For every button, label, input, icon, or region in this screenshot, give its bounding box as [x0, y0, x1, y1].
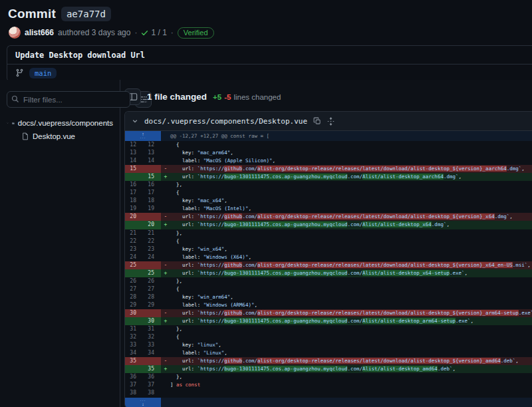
expand-up-button[interactable]: ↑···	[125, 131, 161, 141]
old-line-number[interactable]	[125, 221, 143, 229]
old-line-number[interactable]: 22	[125, 237, 143, 245]
diff-marker: +	[161, 365, 170, 373]
tree-file-row[interactable]: Desktop.vue	[7, 130, 113, 143]
old-line-number[interactable]	[125, 365, 143, 373]
new-line-number[interactable]: 35	[143, 365, 161, 373]
new-line-number[interactable]: 17	[143, 189, 161, 197]
copy-icon	[313, 117, 321, 125]
diff-main: 1 file changed +5 -5 lines changed docs/…	[120, 80, 532, 407]
diff-marker: +	[161, 173, 170, 181]
new-line-number[interactable]: 20	[143, 221, 161, 229]
folder-icon	[12, 119, 15, 128]
old-line-number[interactable]: 21	[125, 229, 143, 237]
new-line-number[interactable]: 31	[143, 325, 161, 333]
new-line-number[interactable]	[143, 357, 161, 365]
copy-path-button[interactable]	[313, 117, 321, 125]
old-line-number[interactable]: 36	[125, 373, 143, 381]
new-line-number[interactable]: 32	[143, 333, 161, 341]
old-line-number[interactable]: 27	[125, 285, 143, 293]
hunk-header-text: @@ -12,27 +12,27 @@ const raw = [	[161, 131, 532, 141]
old-line-number[interactable]: 15	[125, 165, 143, 173]
old-line-number[interactable]: 25	[125, 261, 143, 269]
arrow-down-icon: ↓	[142, 402, 144, 406]
diff-marker	[161, 253, 170, 261]
new-line-number[interactable]	[143, 309, 161, 317]
new-line-number[interactable]: 13	[143, 149, 161, 157]
old-line-number[interactable]: 12	[125, 141, 143, 149]
old-line-number[interactable]	[125, 269, 143, 277]
old-line-number[interactable]	[125, 173, 143, 181]
old-line-number[interactable]: 37	[125, 381, 143, 389]
old-line-number[interactable]: 14	[125, 157, 143, 165]
new-line-number[interactable]: 12	[143, 141, 161, 149]
new-line-number[interactable]: 23	[143, 245, 161, 253]
new-line-number[interactable]: 28	[143, 293, 161, 301]
new-line-number[interactable]: 33	[143, 341, 161, 349]
expand-all-button[interactable]	[327, 117, 334, 126]
new-line-number[interactable]: 19	[143, 205, 161, 213]
code-line: label: "MacOS (Apple Silicon)",	[170, 157, 532, 165]
diff-marker: +	[161, 317, 170, 325]
old-line-number[interactable]: 20	[125, 213, 143, 221]
author-link[interactable]: alist666	[25, 28, 54, 37]
diff-marker	[161, 141, 170, 149]
code-line: {	[170, 141, 532, 149]
tree-folder-row[interactable]: docs/.vuepress/components	[7, 116, 113, 130]
new-line-number[interactable]: 30	[143, 317, 161, 325]
new-line-number[interactable]: 26	[143, 277, 161, 285]
unfold-icon	[327, 117, 334, 126]
old-line-number[interactable]: 13	[125, 149, 143, 157]
diff-row-18: 1818 key: "mac_x64",	[125, 197, 532, 205]
new-line-number[interactable]: 16	[143, 181, 161, 189]
new-line-number[interactable]: 29	[143, 301, 161, 309]
new-line-number[interactable]	[143, 165, 161, 173]
file-tree: docs/.vuepress/components Desktop.vue	[7, 116, 113, 143]
code-line: url: `https://bugo-1301111475.cos.ap-gua…	[170, 221, 532, 229]
old-line-number[interactable]: 30	[125, 309, 143, 317]
diff-marker	[161, 277, 170, 285]
new-line-number[interactable]: 18	[143, 197, 161, 205]
new-line-number[interactable]: 14	[143, 157, 161, 165]
old-line-number[interactable]: 16	[125, 181, 143, 189]
old-line-number[interactable]: 32	[125, 333, 143, 341]
old-line-number[interactable]	[125, 317, 143, 325]
avatar[interactable]	[9, 27, 21, 39]
old-line-number[interactable]: 23	[125, 245, 143, 253]
old-line-number[interactable]: 28	[125, 293, 143, 301]
diff-marker	[161, 237, 170, 245]
code-line: {	[170, 189, 532, 197]
diff-marker	[161, 349, 170, 357]
new-line-number[interactable]: 36	[143, 373, 161, 381]
old-line-number[interactable]: 17	[125, 189, 143, 197]
file-path[interactable]: docs/.vuepress/components/Desktop.vue	[144, 117, 307, 126]
new-line-number[interactable]: 15	[143, 173, 161, 181]
checks-status[interactable]: 1 / 1	[141, 28, 166, 37]
filter-files-input[interactable]	[7, 91, 130, 108]
old-line-number[interactable]: 29	[125, 301, 143, 309]
new-line-number[interactable]: 21	[143, 229, 161, 237]
branch-chip[interactable]: main	[29, 68, 57, 78]
new-line-number[interactable]: 27	[143, 285, 161, 293]
diff-row-29: 2929 label: "Windows (ARM64)",	[125, 301, 532, 309]
new-line-number[interactable]	[143, 213, 161, 221]
old-line-number[interactable]: 33	[125, 341, 143, 349]
verified-badge[interactable]: Verified	[178, 27, 214, 39]
old-line-number[interactable]: 19	[125, 205, 143, 213]
old-line-number[interactable]: 38	[125, 389, 143, 397]
new-line-number[interactable]: 24	[143, 253, 161, 261]
new-line-number[interactable]	[143, 261, 161, 269]
expand-down-button[interactable]: ···↓	[125, 398, 161, 407]
old-line-number[interactable]: 35	[125, 357, 143, 365]
new-line-number[interactable]: 22	[143, 237, 161, 245]
new-line-number[interactable]: 34	[143, 349, 161, 357]
new-line-number[interactable]: 37	[143, 381, 161, 389]
new-line-number[interactable]: 25	[143, 269, 161, 277]
old-line-number[interactable]: 24	[125, 253, 143, 261]
old-line-number[interactable]: 26	[125, 277, 143, 285]
new-line-number[interactable]: 38	[143, 389, 161, 397]
old-line-number[interactable]: 31	[125, 325, 143, 333]
collapse-file-button[interactable]	[132, 118, 138, 124]
old-line-number[interactable]: 34	[125, 349, 143, 357]
old-line-number[interactable]: 18	[125, 197, 143, 205]
diff-row-13: 1313 key: "mac_arm64",	[125, 149, 532, 157]
